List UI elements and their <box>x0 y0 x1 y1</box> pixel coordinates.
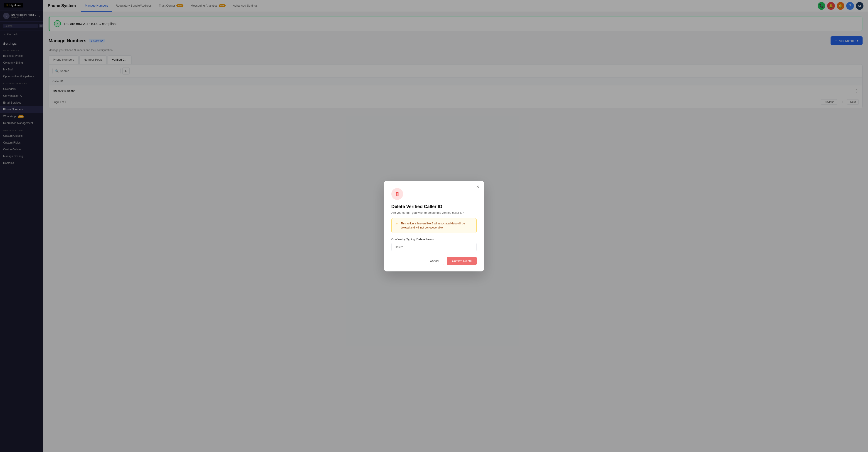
confirm-delete-button[interactable]: Confirm Delete <box>447 257 477 265</box>
delete-confirm-input[interactable] <box>391 243 477 251</box>
modal-overlay: ✕ 🗑 Delete Verified Caller ID Are you ce… <box>43 0 868 452</box>
delete-modal: ✕ 🗑 Delete Verified Caller ID Are you ce… <box>384 181 484 271</box>
modal-subtitle: Are you certain you wish to delete this … <box>391 211 477 214</box>
modal-confirm-label: Confirm by Typing 'Delete' below <box>391 238 477 241</box>
modal-actions: Cancel Confirm Delete <box>391 257 477 265</box>
main-content: Phone System Manage Numbers Regulatory B… <box>43 0 868 452</box>
modal-trash-icon-wrap: 🗑 <box>391 188 403 200</box>
modal-close-button[interactable]: ✕ <box>476 184 479 189</box>
modal-title: Delete Verified Caller ID <box>391 204 477 209</box>
trash-icon: 🗑 <box>395 191 400 197</box>
modal-warning-text: This action is Irreversible & all associ… <box>401 221 473 230</box>
modal-warning-box: ⚠ This action is Irreversible & all asso… <box>391 218 477 233</box>
warning-triangle-icon: ⚠ <box>395 222 398 226</box>
cancel-button[interactable]: Cancel <box>425 257 444 265</box>
